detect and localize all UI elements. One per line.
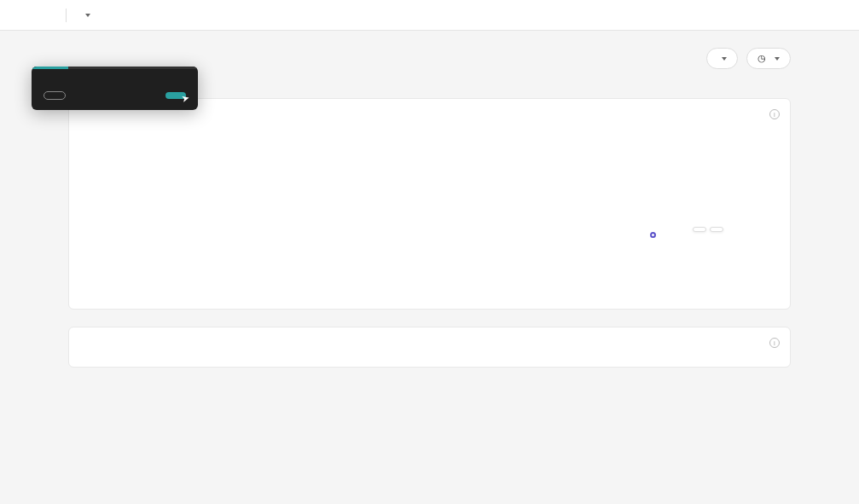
- site-selector[interactable]: [706, 48, 738, 69]
- tour-back-button[interactable]: [44, 91, 66, 100]
- y-axis-labels: [81, 125, 96, 287]
- clock-icon: ◷: [757, 53, 766, 64]
- chevron-down-icon: [775, 57, 780, 61]
- info-icon[interactable]: i: [769, 109, 780, 119]
- tour-next-button[interactable]: ➤: [165, 92, 186, 99]
- chart-tooltip: [693, 227, 723, 232]
- chevron-down-icon: [85, 14, 90, 17]
- heatmap-card: i: [68, 327, 791, 368]
- tooltip-value: [693, 227, 706, 232]
- chevron-down-icon: [722, 57, 727, 61]
- topbar: [0, 0, 859, 31]
- chart-area: [86, 125, 773, 295]
- tour-popover: ➤: [32, 67, 198, 110]
- tooltip-time: [710, 227, 723, 232]
- header-controls: ◷: [706, 48, 791, 69]
- visitors-chart-card: i: [68, 98, 791, 310]
- info-icon[interactable]: i: [769, 338, 780, 348]
- chart-hover-dot: [650, 232, 656, 238]
- page: ◷ ➤: [0, 31, 859, 385]
- line-chart: [86, 125, 773, 295]
- nav-developer-center[interactable]: [82, 14, 90, 17]
- period-selector[interactable]: ◷: [746, 48, 791, 69]
- cursor-icon: ➤: [180, 92, 190, 105]
- separator: [66, 9, 67, 22]
